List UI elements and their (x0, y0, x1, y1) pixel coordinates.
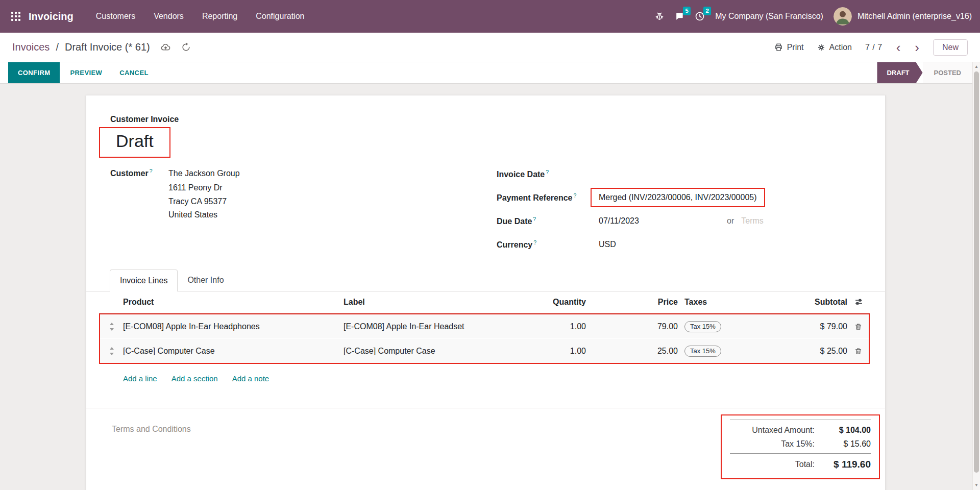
currency-label: Currency? (497, 239, 599, 250)
user-avatar[interactable] (834, 7, 852, 26)
line-subtotal: $ 79.00 (766, 322, 847, 331)
user-menu[interactable]: Mitchell Admin (enterprise_v16) (834, 7, 972, 26)
main-menu: Customers Vendors Reporting Configuratio… (96, 12, 305, 21)
add-a-line-link[interactable]: Add a line (123, 374, 157, 383)
status-arrow: DRAFT POSTED (877, 62, 972, 83)
tax-tag[interactable]: Tax 15% (684, 346, 721, 357)
customer-address: 1611 Peony Dr Tracy CA 95377 United Stat… (168, 181, 240, 222)
product-column-header[interactable]: Product (123, 298, 344, 307)
tax-label: Tax 15%: (781, 439, 815, 449)
line-price[interactable]: 25.00 (586, 347, 678, 356)
cancel-button[interactable]: CANCEL (112, 62, 156, 83)
line-quantity[interactable]: 1.00 (529, 322, 586, 331)
help-marker: ? (150, 168, 153, 174)
terms-and-conditions-input[interactable]: Terms and Conditions (112, 425, 191, 434)
state-posted[interactable]: POSTED (923, 62, 972, 83)
line-product[interactable]: [E-COM08] Apple In-Ear Headphones (123, 322, 344, 331)
price-column-header[interactable]: Price (586, 298, 678, 307)
delete-line-icon[interactable] (847, 323, 869, 331)
untaxed-amount-label: Untaxed Amount: (752, 426, 815, 435)
optional-columns-icon[interactable] (847, 298, 870, 306)
state-title: Draft (116, 131, 154, 151)
messages-icon[interactable]: 5 (674, 11, 684, 21)
notebook-tabs: Invoice Lines Other Info (86, 270, 885, 291)
discard-changes-icon[interactable] (181, 42, 191, 52)
payment-reference-input[interactable]: Merged (INV/2023/00006, INV/2023/00005) (591, 188, 765, 207)
help-marker: ? (574, 192, 577, 199)
drag-handle-icon[interactable] (100, 347, 123, 355)
taxes-column-header[interactable]: Taxes (678, 298, 766, 307)
address-line-2: Tracy CA 95377 (168, 195, 240, 209)
drag-handle-icon[interactable] (100, 323, 123, 331)
total-label: Total: (795, 460, 815, 469)
due-date-label: Due Date? (497, 216, 599, 226)
delete-line-icon[interactable] (847, 347, 869, 355)
invoice-line-row[interactable]: [C-Case] Computer Case [C-Case] Computer… (100, 338, 869, 363)
line-label[interactable]: [E-COM08] Apple In-Ear Headset (344, 322, 529, 331)
new-button[interactable]: New (933, 39, 968, 56)
app-name[interactable]: Invoicing (29, 11, 74, 22)
tax-tag[interactable]: Tax 15% (684, 321, 721, 332)
lines-table-header: Product Label Quantity Price Taxes Subto… (99, 291, 870, 313)
subtotal-column-header[interactable]: Subtotal (766, 298, 847, 307)
invoice-sheet: Customer Invoice Draft Customer? The Jac… (86, 95, 886, 490)
state-draft[interactable]: DRAFT (877, 62, 922, 83)
bug-icon[interactable] (655, 12, 664, 21)
nav-configuration[interactable]: Configuration (256, 12, 304, 21)
label-column-header[interactable]: Label (344, 298, 529, 307)
add-a-section-link[interactable]: Add a section (172, 374, 218, 383)
invoice-date-row: Invoice Date? (497, 162, 880, 186)
tax-row: Tax 15%: $ 15.60 (730, 437, 871, 451)
line-quantity[interactable]: 1.00 (529, 347, 586, 356)
confirm-button[interactable]: CONFIRM (8, 62, 60, 83)
customer-name-field[interactable]: The Jackson Group (168, 169, 240, 178)
line-label[interactable]: [C-Case] Computer Case (344, 347, 529, 356)
preview-button[interactable]: PREVIEW (63, 62, 109, 83)
print-button[interactable]: Print (774, 43, 804, 52)
nav-reporting[interactable]: Reporting (202, 12, 237, 21)
help-marker: ? (533, 216, 536, 222)
apps-grid-icon[interactable] (8, 9, 23, 24)
scroll-up-arrow[interactable]: ▲ (973, 63, 980, 71)
payment-terms-input[interactable]: Terms (741, 216, 764, 226)
top-navbar: Invoicing Customers Vendors Reporting Co… (0, 0, 980, 33)
vertical-scrollbar[interactable]: ▲ ▼ (972, 62, 980, 490)
print-label: Print (787, 43, 804, 52)
nav-customers[interactable]: Customers (96, 12, 135, 21)
unsaved-cloud-icon[interactable] (160, 42, 171, 53)
doc-type-label: Customer Invoice (110, 115, 179, 124)
tab-other-info[interactable]: Other Info (178, 270, 233, 291)
pager-next-button[interactable]: › (914, 41, 920, 54)
statusbar: CONFIRM PREVIEW CANCEL DRAFT POSTED (0, 62, 972, 84)
tab-invoice-lines[interactable]: Invoice Lines (110, 270, 178, 291)
due-date-input[interactable]: 07/11/2023 (599, 216, 727, 226)
control-panel: Invoices / Draft Invoice (* 61) (0, 33, 980, 62)
line-product[interactable]: [C-Case] Computer Case (123, 347, 344, 356)
activities-clock-icon[interactable]: 2 (695, 11, 705, 21)
control-panel-buttons: Print Action 7 / 7 ‹ (774, 39, 968, 56)
totals-annotation-box: Untaxed Amount: $ 104.00 Tax 15%: $ 15.6… (721, 414, 880, 479)
pager-previous-button[interactable]: ‹ (896, 41, 901, 54)
payment-reference-label: Payment Reference? (497, 192, 599, 203)
form-view-area: Customer Invoice Draft Customer? The Jac… (0, 84, 972, 490)
help-marker: ? (546, 169, 549, 175)
currency-row: Currency? USD (497, 233, 880, 256)
help-marker: ? (533, 239, 536, 246)
currency-field[interactable]: USD (599, 240, 616, 249)
pager-counter[interactable]: 7 / 7 (865, 43, 883, 52)
action-button[interactable]: Action (817, 43, 852, 52)
line-price[interactable]: 79.00 (586, 322, 678, 331)
scrollbar-thumb[interactable] (974, 71, 979, 473)
state-title-annotation-box: Draft (99, 127, 170, 158)
total-row: Total: $ 119.60 (730, 453, 871, 472)
invoice-line-row[interactable]: [E-COM08] Apple In-Ear Headphones [E-COM… (100, 314, 869, 338)
sheet-divider (86, 408, 885, 408)
company-switcher[interactable]: My Company (San Francisco) (715, 12, 823, 21)
quantity-column-header[interactable]: Quantity (529, 298, 586, 307)
add-a-note-link[interactable]: Add a note (232, 374, 270, 383)
breadcrumb-invoices-link[interactable]: Invoices (12, 41, 50, 53)
nav-vendors[interactable]: Vendors (154, 12, 184, 21)
invoice-lines-annotation-box: [E-COM08] Apple In-Ear Headphones [E-COM… (99, 313, 870, 364)
untaxed-amount-row: Untaxed Amount: $ 104.00 (730, 423, 871, 437)
scroll-down-arrow[interactable]: ▼ (973, 481, 980, 489)
